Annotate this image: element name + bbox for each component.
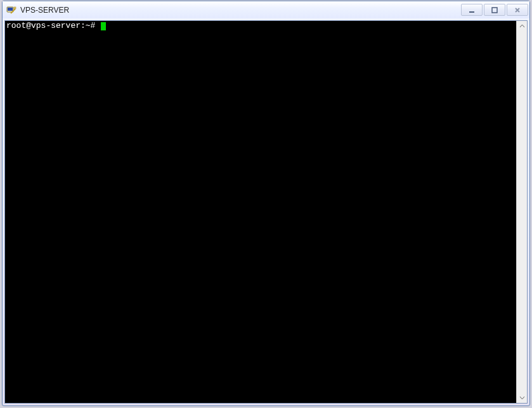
close-icon (514, 7, 521, 13)
vertical-scrollbar[interactable] (516, 21, 527, 403)
svg-rect-4 (469, 11, 474, 13)
window-title: VPS-SERVER (20, 5, 460, 15)
minimize-icon (469, 7, 475, 13)
title-bar[interactable]: VPS-SERVER (3, 1, 529, 18)
chevron-down-icon (519, 395, 525, 400)
close-button[interactable] (507, 4, 528, 16)
maximize-button[interactable] (484, 4, 505, 16)
svg-rect-1 (8, 8, 13, 11)
svg-rect-3 (14, 7, 16, 9)
minimize-button[interactable] (461, 4, 483, 16)
scroll-up-button[interactable] (517, 21, 527, 32)
window-controls (460, 4, 528, 16)
putty-icon (6, 5, 16, 15)
application-window: VPS-SERVER root@vps-server:~# (2, 1, 530, 406)
scroll-track[interactable] (517, 32, 527, 392)
terminal-frame: root@vps-server:~# (4, 20, 528, 404)
terminal-cursor (101, 22, 106, 30)
shell-prompt: root@vps-server:~# (6, 21, 100, 30)
scroll-down-button[interactable] (517, 392, 527, 403)
maximize-icon (491, 7, 498, 13)
svg-rect-5 (492, 8, 497, 13)
terminal-area[interactable]: root@vps-server:~# (5, 21, 516, 403)
chevron-up-icon (519, 23, 525, 29)
